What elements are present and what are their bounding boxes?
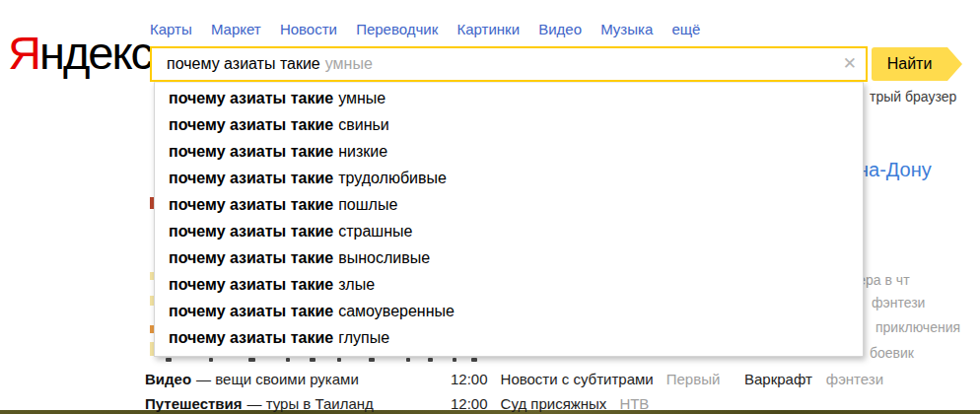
- search-input[interactable]: почему азиаты такиеумные ✕: [150, 46, 868, 82]
- nav-item-video[interactable]: Видео: [538, 21, 582, 37]
- logo-letter-ya: Я: [8, 27, 39, 79]
- suggest-item[interactable]: почему азиаты такиесамоуверенные: [155, 298, 863, 324]
- suggest-item[interactable]: почему азиаты такиетрудолюбивые: [155, 165, 863, 191]
- genre-tag[interactable]: фэнтези: [872, 295, 925, 310]
- tv-time: 12:00: [451, 395, 488, 412]
- movie-row: Варкрафтфэнтези: [744, 371, 883, 387]
- city-link-fragment[interactable]: на-Дону: [858, 159, 932, 181]
- movie-genre-tag[interactable]: фэнтези: [826, 371, 883, 387]
- suggest-item[interactable]: почему азиаты такиезлые: [155, 271, 863, 298]
- suggest-item[interactable]: почему азиаты такиеумные: [155, 85, 863, 111]
- nav-item-music[interactable]: Музыка: [600, 21, 653, 37]
- suggest-item[interactable]: почему азиаты такиестрашные: [155, 218, 863, 244]
- search-button[interactable]: Найти: [872, 47, 962, 81]
- suggest-item[interactable]: почему азиаты такиевыносливые: [155, 244, 863, 271]
- logo-rest: ндекс: [39, 27, 152, 79]
- tv-channel: Первый: [666, 371, 721, 387]
- yandex-logo[interactable]: Яндекс: [8, 30, 152, 76]
- nav-item-images[interactable]: Картинки: [456, 21, 520, 37]
- suggest-item[interactable]: почему азиаты такиенизкие: [155, 138, 863, 165]
- nav-item-maps[interactable]: Карты: [150, 21, 192, 37]
- genre-tag[interactable]: боевик: [870, 345, 914, 361]
- tv-category-row[interactable]: Видео— вещи своими руками: [145, 371, 359, 387]
- tv-category-row[interactable]: Путешествия— туры в Таиланд: [145, 395, 374, 412]
- nav-item-news[interactable]: Новости: [280, 21, 337, 37]
- suggest-dropdown: почему азиаты такиеумные почему азиаты т…: [154, 82, 864, 357]
- inline-completion: умные: [325, 55, 373, 72]
- tv-channel: НТВ: [619, 395, 649, 412]
- suggest-item[interactable]: почему азиаты такиеглупые: [155, 324, 863, 351]
- yandex-search-page: Яндекс Карты Маркет Новости Переводчик К…: [0, 0, 980, 414]
- tv-schedule-row: 12:00Суд присяжныхНТВ: [451, 395, 649, 412]
- top-nav: Карты Маркет Новости Переводчик Картинки…: [150, 21, 715, 37]
- nav-item-market[interactable]: Маркет: [211, 21, 261, 37]
- suggest-item[interactable]: почему азиаты такиепошлые: [155, 191, 863, 218]
- typed-query: почему азиаты такие: [167, 55, 320, 72]
- tv-program-link[interactable]: Новости с субтитрами: [501, 371, 654, 387]
- browser-promo-fragment[interactable]: трый браузер: [870, 89, 956, 104]
- suggest-item[interactable]: почему азиаты такиесвиньи: [155, 111, 863, 138]
- genre-tag[interactable]: приключения: [875, 319, 960, 335]
- tv-time: 12:00: [451, 371, 488, 387]
- tv-schedule-row: 12:00Новости с субтитрамиПервый: [451, 371, 720, 387]
- movie-title-link[interactable]: Варкрафт: [744, 371, 812, 387]
- nav-item-more[interactable]: ещё: [671, 21, 700, 37]
- search-query-text: почему азиаты такиеумные: [167, 48, 373, 80]
- nav-item-translate[interactable]: Переводчик: [356, 21, 438, 37]
- tv-program-link[interactable]: Суд присяжных: [501, 395, 607, 412]
- clear-icon[interactable]: ✕: [843, 48, 857, 80]
